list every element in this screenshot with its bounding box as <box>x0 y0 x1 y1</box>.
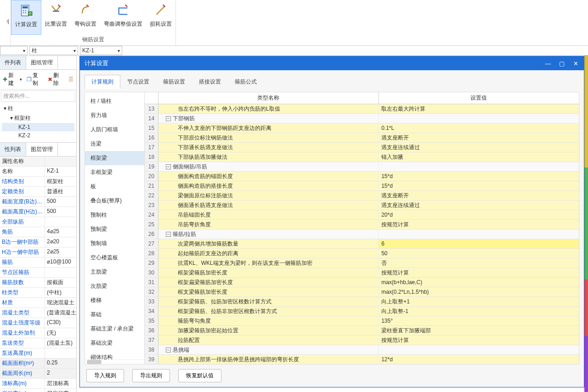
ribbon-hook-button[interactable]: 弯钩设置 <box>71 0 100 35</box>
prop-row[interactable]: 截面宽度(B边)(...500 <box>0 197 76 207</box>
category-item[interactable]: 板 <box>85 179 144 194</box>
category-item[interactable]: 连梁 <box>85 137 144 151</box>
rule-row[interactable]: 20侧面构造筋的锚固长度15*d <box>145 172 579 181</box>
prop-row[interactable]: 泵送类型(混凝土泵) <box>0 338 76 348</box>
ribbon-calc-button[interactable]: +计算设置 <box>11 0 41 35</box>
export-rules-button[interactable]: 导出规则 <box>132 369 170 382</box>
category-item[interactable]: 非框架梁 <box>85 165 144 179</box>
rule-row[interactable]: 22梁侧面原位标注筋做法遇支座断开 <box>145 191 579 201</box>
category-item[interactable]: 空心楼盖板 <box>85 251 144 265</box>
category-item[interactable]: 柱 / 墙柱 <box>85 94 144 108</box>
rule-row[interactable]: 32框支梁箍筋加密长度max(0.2*Ln,1.5*hb) <box>145 287 579 297</box>
reset-default-button[interactable]: 恢复默认值 <box>178 369 221 382</box>
prop-row[interactable]: 混凝土外加剂(无) <box>0 328 76 338</box>
prop-row[interactable]: 混凝土强度等级(C30) <box>0 318 76 328</box>
dialog-tab-2[interactable]: 箍筋设置 <box>156 75 192 89</box>
prop-row[interactable]: B边一侧中部筋2⌀20 <box>0 237 76 247</box>
rule-row[interactable]: 23侧面通长筋遇支座做法遇支座连续通过 <box>145 201 579 210</box>
dialog-tab-0[interactable]: 计算规则 <box>85 75 120 89</box>
rule-group-row[interactable]: 38−悬挑端 <box>145 345 579 355</box>
tree-node-frame-column[interactable]: ▾ 框架柱 <box>2 113 74 123</box>
category-item[interactable]: 预制柱 <box>85 208 144 222</box>
prop-row[interactable]: 截面高度(H边)(...500 <box>0 207 76 217</box>
prop-row[interactable]: 截面面积(m²)0.25 <box>0 358 76 369</box>
category-item[interactable]: 次肋梁 <box>85 279 144 293</box>
rule-row[interactable]: 34框架梁箍筋、拉筋非加密区根数计算方式向上取整-1 <box>145 307 579 316</box>
category-item[interactable]: 框架梁 <box>85 151 144 165</box>
rule-row[interactable]: 24吊筋锚固长度20*d <box>145 210 579 220</box>
rule-row[interactable]: 37拉筋配置按规范计算 <box>145 336 579 345</box>
dialog-tab-1[interactable]: 节点设置 <box>120 75 156 89</box>
prop-row[interactable]: 全部纵筋 <box>0 217 76 227</box>
tab-property-list[interactable]: 性列表 <box>0 143 26 156</box>
combo-member-type[interactable]: 柱 <box>29 46 78 55</box>
prop-row[interactable]: 定额类别普通柱 <box>0 187 76 197</box>
rule-group-row[interactable]: 14−下部钢筋 <box>145 114 579 123</box>
prop-row[interactable]: 混凝土类型(普通混凝土 <box>0 308 76 318</box>
rule-row[interactable]: 29抗震KL、WKL端支座为梁时，则在该支座一侧箍筋加密否 <box>145 258 579 268</box>
rule-row[interactable]: 13当左右跨不等时，伸入小跨内负筋的L取值取左右最大跨计算 <box>145 104 579 114</box>
tab-layer-manage[interactable]: 图层管理 <box>26 143 58 156</box>
category-item[interactable]: 基础 <box>85 308 144 322</box>
category-item[interactable]: 人防门框墙 <box>85 123 144 137</box>
rule-row[interactable]: 21侧面构造筋的搭接长度15*d <box>145 181 579 191</box>
prop-row[interactable]: 结构类别框架柱 <box>0 177 76 187</box>
rule-row[interactable]: 18下部纵筋遇加腋做法锚入加腋 <box>145 152 579 162</box>
category-item[interactable]: 叠合板(整厚) <box>85 194 144 208</box>
tree-node-kz2[interactable]: KZ-2 <box>2 131 74 140</box>
import-rules-button[interactable]: 导入规则 <box>86 369 124 382</box>
rule-row[interactable]: 35箍筋弯勾角度135° <box>145 316 579 326</box>
dialog-tab-3[interactable]: 搭接设置 <box>192 75 228 89</box>
prop-row[interactable]: 底标高(m)层底标高 <box>0 389 76 392</box>
tree-node-column[interactable]: ▾ 柱 <box>2 104 74 113</box>
prop-row[interactable]: 截面周长(m)2 <box>0 369 76 379</box>
category-item[interactable]: 预制墙 <box>85 236 144 251</box>
tree-node-kz1[interactable]: KZ-1 <box>2 123 74 131</box>
copy-button[interactable]: ❐复制 <box>27 72 43 87</box>
prop-row[interactable]: H边一侧中部筋2⌀25 <box>0 247 76 258</box>
tab-component-list[interactable]: 件列表 <box>0 56 26 69</box>
rule-row[interactable]: 39悬挑跨上部第一排纵筋伸至悬挑跨端部的弯折长度12*d <box>145 355 579 364</box>
rule-row[interactable]: 17下部通长筋遇支座做法遇支座连续通过 <box>145 143 579 152</box>
new-button[interactable]: ✚新建▾ <box>3 72 22 87</box>
prop-row[interactable]: 泵送高度(m) <box>0 348 76 358</box>
category-item[interactable]: 砌体结构 <box>85 350 144 359</box>
search-input[interactable]: 搜索构件... <box>1 90 75 102</box>
dialog-tab-4[interactable]: 箍筋公式 <box>228 75 264 89</box>
rule-row[interactable]: 25吊筋弯折角度按规范计算 <box>145 220 579 230</box>
rule-row[interactable]: 33框架梁箍筋、拉筋加密区根数计算方式向上取整+1 <box>145 297 579 307</box>
category-item[interactable]: 基础次梁 <box>85 336 144 350</box>
prop-row[interactable]: 角筋4⌀25 <box>0 227 76 237</box>
prop-row[interactable]: 节点区箍筋 <box>0 268 76 278</box>
ribbon-weight-button[interactable]: 比重设置 <box>41 0 71 35</box>
rule-row[interactable]: 31框架扁梁箍筋加密长度max(b+hb,lae,C) <box>145 278 579 287</box>
prop-row[interactable]: 柱类型(中柱) <box>0 288 76 298</box>
rule-row[interactable]: 27次梁两侧共增加箍筋数量6 <box>145 239 579 249</box>
prop-row[interactable]: 名称KZ-1 <box>0 167 76 177</box>
maximize-button[interactable]: ▢ <box>558 60 565 67</box>
prop-row[interactable]: 顶标高(m)层顶标高 <box>0 379 76 389</box>
delete-button[interactable]: ✖删除 <box>48 72 64 87</box>
close-button[interactable]: ✕ <box>572 60 579 67</box>
combo-1[interactable] <box>0 46 28 55</box>
prop-row[interactable]: 箍筋肢数按截面 <box>0 278 76 288</box>
minimize-button[interactable]: — <box>544 60 552 67</box>
category-hscroll[interactable] <box>85 359 144 364</box>
category-item[interactable]: 预制梁 <box>85 222 144 236</box>
tab-paper-manage[interactable]: 图纸管理 <box>26 56 58 69</box>
ribbon-bend-button[interactable]: 弯曲调整值设置 <box>100 0 146 35</box>
ribbon-loss-button[interactable]: 损耗设置 <box>146 0 175 35</box>
category-item[interactable]: 主肋梁 <box>85 265 144 279</box>
category-item[interactable]: 剪力墙 <box>85 108 144 123</box>
rule-row[interactable]: 16下部原位标注钢筋做法遇支座断开 <box>145 133 579 143</box>
prop-row[interactable]: 箍筋⌀10@100 <box>0 258 76 268</box>
category-item[interactable]: 楼梯 <box>85 293 144 308</box>
rule-row[interactable]: 15不伸入支座的下部钢筋距支座边的距离0.1*L <box>145 123 579 133</box>
prop-row[interactable]: 材质现浇混凝土 <box>0 298 76 308</box>
rule-row[interactable]: 28起始箍筋距支座边的距离50 <box>145 249 579 258</box>
layers-icon[interactable]: ☰ <box>68 76 74 83</box>
rule-row[interactable]: 30框架梁箍筋加密长度按规范计算 <box>145 268 579 278</box>
combo-member-name[interactable]: KZ-1 <box>80 46 122 55</box>
category-item[interactable]: 基础主梁 / 承台梁 <box>85 322 144 336</box>
rule-group-row[interactable]: 19−侧面钢筋/吊筋 <box>145 162 579 172</box>
